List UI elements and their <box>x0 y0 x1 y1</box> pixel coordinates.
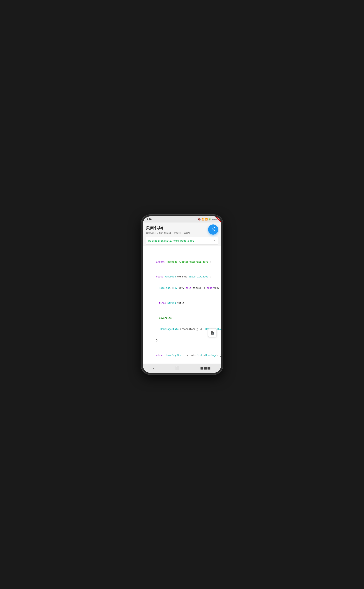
code-line-7: @override <box>145 312 219 324</box>
code-line-8: _HomePageState createState() => _HomePag… <box>145 324 219 335</box>
share-icon <box>211 227 215 232</box>
recents-button[interactable]: ⬛⬛⬛ <box>196 365 215 371</box>
back-button[interactable]: ‹ <box>149 365 158 372</box>
code-snippet-button[interactable]: </> <box>208 329 217 337</box>
signal-icon: 📶 <box>205 218 208 220</box>
path-row[interactable]: package:example/home_page.dart × <box>146 237 218 245</box>
app-bar: 页面代码 当前路径（点击以编辑，支持部分匹配）： package:example… <box>143 222 221 246</box>
code-display: import 'package:flutter/material.dart'; … <box>143 246 221 363</box>
code-line-5: HomePage({Key key, this.title}) : super(… <box>145 283 219 294</box>
wifi-icon: 📶 <box>202 218 204 220</box>
code-line-1 <box>145 249 219 253</box>
code-line-3: import 'package:flutter/material.dart'; <box>145 257 219 268</box>
code-line-4: class HomePage extends StatefulWidget { <box>145 272 219 283</box>
phone-screen: DEBUG 9:10 🔇 📶 📶 🔋 100% <box>143 216 221 373</box>
code-line-blank1 <box>145 268 219 272</box>
status-bar: 9:10 🔇 📶 📶 🔋 100% <box>143 216 221 222</box>
close-path-button[interactable]: × <box>214 239 216 243</box>
nav-bar: ‹ ⬜ ⬛⬛⬛ <box>143 363 221 373</box>
share-fab[interactable] <box>208 224 218 235</box>
home-button[interactable]: ⬜ <box>171 365 183 372</box>
code-line-9: } <box>145 335 219 346</box>
status-icons: 🔇 📶 📶 🔋 100% <box>198 218 217 220</box>
svg-text:</>: </> <box>212 333 214 334</box>
mute-icon: 🔇 <box>198 218 201 220</box>
phone-frame: DEBUG 9:10 🔇 📶 📶 🔋 100% <box>141 215 223 375</box>
page-title: 页面代码 <box>146 225 218 231</box>
status-time: 9:10 <box>147 218 152 221</box>
current-path[interactable]: package:example/home_page.dart <box>148 239 194 242</box>
battery-icon: 🔋 <box>208 218 211 220</box>
page-subtitle: 当前路径（点击以编辑，支持部分匹配）： <box>146 232 218 235</box>
code-line-2 <box>145 253 219 257</box>
code-line-10: class _HomePageState extends State<HomeP… <box>145 350 219 361</box>
code-line-blank2 <box>145 294 219 298</box>
code-line-blank4 <box>145 346 219 350</box>
code-line-6: final String title; <box>145 298 219 309</box>
code-line-11: @override <box>145 361 219 363</box>
code-line-blank3 <box>145 309 219 312</box>
